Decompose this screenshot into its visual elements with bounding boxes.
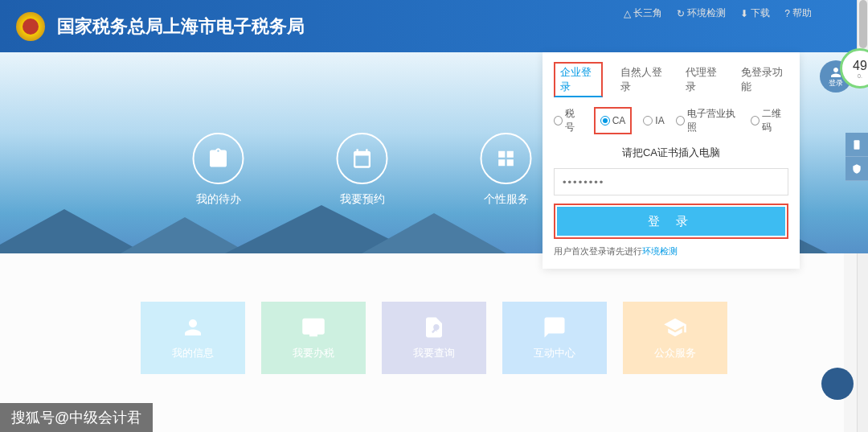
radio-qr[interactable]: 二维码 [751,107,788,134]
login-button[interactable]: 登 录 [557,207,785,236]
service-button[interactable] [481,133,532,184]
nav-env[interactable]: ↻环境检测 [677,6,726,20]
login-panel: 企业登录 自然人登录 代理登录 免登录功能 税号 CA IA 电子营业执照 二维… [542,52,800,269]
todo-label: 我的待办 [196,192,241,207]
nav-region[interactable]: △长三角 [624,6,662,20]
monitor-icon [301,315,326,339]
password-input[interactable] [554,168,788,195]
radio-ca[interactable]: CA [594,107,633,134]
graduation-icon [663,315,687,339]
radio-tax-id[interactable]: 税号 [554,107,583,134]
scrollbar-thumb[interactable] [859,0,867,48]
floating-action-button[interactable] [821,368,854,400]
tab-personal[interactable]: 自然人登录 [619,62,668,97]
svg-rect-0 [854,140,860,150]
card-interact[interactable]: 互动中心 [502,302,607,374]
tab-agent[interactable]: 代理登录 [684,62,723,97]
top-nav: △长三角 ↻环境检测 ⬇下载 ?帮助 [624,6,812,20]
calendar-icon [351,147,374,170]
triangle-icon: △ [624,8,631,19]
search-doc-icon [422,315,446,339]
shield-icon [851,163,862,175]
service-cards: 我的信息 我要办税 我要查询 互动中心 公众服务 [0,253,868,422]
card-public[interactable]: 公众服务 [623,302,727,374]
right-toolbar [845,133,868,181]
chat-icon [542,315,567,339]
appointment-label: 我要预约 [340,192,385,207]
grid-icon [495,147,518,170]
card-tax[interactable]: 我要办税 [261,302,366,374]
tab-no-login[interactable]: 免登录功能 [739,62,788,97]
tool-shield[interactable] [845,157,868,181]
nav-help[interactable]: ?帮助 [784,6,812,20]
refresh-icon: ↻ [677,8,685,19]
watermark: 搜狐号@中级会计君 [0,403,153,432]
card-my-info[interactable]: 我的信息 [141,302,245,374]
appointment-button[interactable] [337,133,388,184]
radio-ia[interactable]: IA [643,107,664,134]
phone-icon [851,139,862,150]
nav-download[interactable]: ⬇下载 [740,6,770,20]
tax-logo-icon [16,12,45,41]
login-hint: 请把CA证书插入电脑 [554,146,788,160]
tab-enterprise[interactable]: 企业登录 [554,62,603,97]
download-icon: ⬇ [740,8,748,19]
login-footer: 用户首次登录请先进行环境检测 [554,245,788,257]
person-icon [181,315,205,339]
env-check-link[interactable]: 环境检测 [642,246,678,256]
site-title: 国家税务总局上海市电子税务局 [57,14,305,39]
radio-license[interactable]: 电子营业执照 [676,107,740,134]
tool-phone[interactable] [845,133,868,157]
clipboard-icon [207,147,230,170]
service-label: 个性服务 [484,192,529,207]
card-query[interactable]: 我要查询 [382,302,486,374]
todo-button[interactable] [193,133,244,184]
help-icon: ? [784,8,790,19]
